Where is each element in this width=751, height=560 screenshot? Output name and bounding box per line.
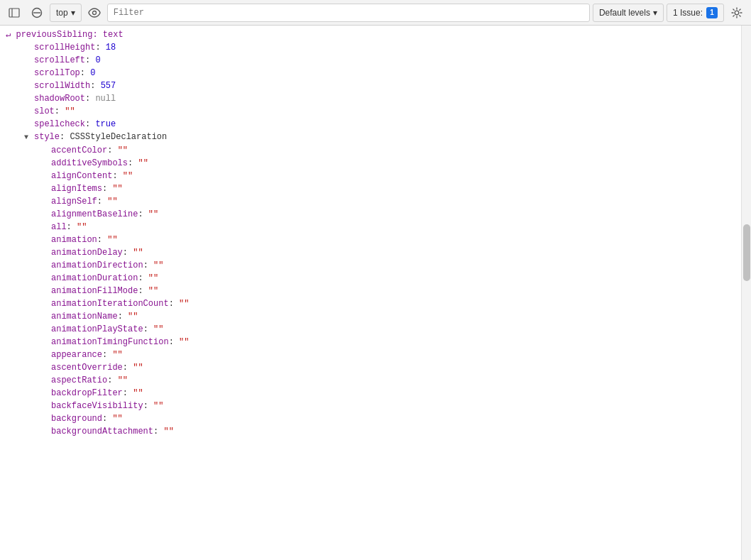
prop-value: "" bbox=[123, 170, 133, 182]
prop-value: "" bbox=[153, 323, 163, 336]
prop-name: style bbox=[34, 131, 60, 143]
prop-value: "" bbox=[179, 336, 189, 348]
console-line[interactable]: animationPlayState: "" bbox=[0, 323, 741, 336]
console-line[interactable]: animationDelay: "" bbox=[0, 246, 741, 259]
prop-value: "" bbox=[118, 144, 128, 157]
sidebar-toggle-button[interactable] bbox=[4, 4, 24, 22]
console-line[interactable]: spellcheck: true bbox=[0, 118, 741, 131]
expand-triangle[interactable]: ▼ bbox=[24, 131, 34, 144]
prop-name: background bbox=[51, 412, 102, 425]
prop-name: animationFillMode bbox=[51, 285, 138, 297]
prop-colon: : bbox=[143, 259, 153, 272]
prop-value: "" bbox=[107, 195, 117, 208]
console-line[interactable]: backgroundAttachment: "" bbox=[0, 425, 741, 438]
prop-value: "" bbox=[138, 157, 148, 170]
clear-console-button[interactable] bbox=[27, 4, 47, 22]
prop-value: CSSStyleDeclaration bbox=[70, 131, 167, 143]
prop-name: animationDelay bbox=[51, 246, 123, 259]
prop-name: backgroundAttachment bbox=[51, 425, 153, 438]
console-line[interactable]: animationDuration: "" bbox=[0, 272, 741, 285]
prop-colon: : bbox=[143, 400, 153, 412]
console-line[interactable]: backdropFilter: "" bbox=[0, 387, 741, 400]
console-line[interactable]: appearance: "" bbox=[0, 348, 741, 361]
console-line[interactable]: slot: "" bbox=[0, 105, 741, 118]
issue-badge-button[interactable]: 1 Issue: 1 bbox=[667, 4, 724, 22]
prop-value: "" bbox=[65, 105, 75, 118]
console-line[interactable]: ↵ previousSibling: text bbox=[0, 28, 741, 41]
console-line[interactable]: ▼style: CSSStyleDeclaration bbox=[0, 131, 741, 144]
console-line[interactable]: alignContent: "" bbox=[0, 170, 741, 182]
scrollbar-thumb[interactable] bbox=[743, 224, 750, 281]
prop-name: appearance bbox=[51, 348, 102, 361]
console-line[interactable]: scrollWidth: 557 bbox=[0, 79, 741, 92]
console-line[interactable]: animationDirection: "" bbox=[0, 259, 741, 272]
console-line[interactable]: accentColor: "" bbox=[0, 144, 741, 157]
prop-colon: : bbox=[112, 170, 122, 182]
default-levels-dropdown-icon: ▾ bbox=[653, 8, 657, 18]
prop-colon: : bbox=[85, 54, 95, 67]
console-line[interactable]: all: "" bbox=[0, 221, 741, 234]
console-line[interactable]: alignmentBaseline: "" bbox=[0, 208, 741, 221]
devtools-toolbar: top ▾ Default levels ▾ 1 Issue: 1 bbox=[0, 0, 751, 26]
prop-colon: : bbox=[123, 246, 133, 259]
prop-name: animationDuration bbox=[51, 272, 138, 285]
console-line[interactable]: animationFillMode: "" bbox=[0, 285, 741, 297]
console-line[interactable]: additiveSymbols: "" bbox=[0, 157, 741, 170]
prop-name: animationIterationCount bbox=[51, 297, 169, 310]
context-selector-button[interactable]: top ▾ bbox=[50, 4, 82, 22]
prop-colon: : bbox=[153, 425, 163, 438]
prop-colon: : bbox=[128, 157, 138, 170]
console-line[interactable]: scrollLeft: 0 bbox=[0, 54, 741, 67]
prop-value: "" bbox=[77, 221, 87, 234]
prop-name: scrollWidth bbox=[34, 79, 90, 92]
prop-value: "" bbox=[133, 361, 143, 374]
prop-value: "" bbox=[112, 182, 122, 195]
prop-colon: : bbox=[118, 310, 128, 323]
prop-colon: : bbox=[60, 131, 70, 143]
prop-value: 0 bbox=[90, 67, 95, 79]
console-line[interactable]: animationTimingFunction: "" bbox=[0, 336, 741, 348]
prop-name: scrollTop bbox=[34, 67, 80, 79]
default-levels-button[interactable]: Default levels ▾ bbox=[593, 4, 664, 22]
console-line[interactable]: aspectRatio: "" bbox=[0, 374, 741, 387]
settings-button[interactable] bbox=[727, 4, 747, 22]
console-line[interactable]: scrollHeight: 18 bbox=[0, 41, 741, 54]
console-line[interactable]: ascentOverride: "" bbox=[0, 361, 741, 374]
console-line[interactable]: animationIterationCount: "" bbox=[0, 297, 741, 310]
prop-colon: : bbox=[85, 92, 95, 105]
console-output[interactable]: ↵ previousSibling: textscrollHeight: 18s… bbox=[0, 26, 741, 560]
right-scrollbar bbox=[741, 26, 751, 560]
console-line[interactable]: background: "" bbox=[0, 412, 741, 425]
console-line[interactable]: scrollTop: 0 bbox=[0, 67, 741, 79]
prop-name: alignSelf bbox=[51, 195, 97, 208]
console-line[interactable]: backfaceVisibility: "" bbox=[0, 400, 741, 412]
console-line[interactable]: animation: "" bbox=[0, 234, 741, 246]
console-content: ↵ previousSibling: textscrollHeight: 18s… bbox=[0, 26, 751, 560]
prop-colon: : bbox=[67, 221, 77, 234]
prop-name: accentColor bbox=[51, 144, 107, 157]
console-line[interactable]: alignItems: "" bbox=[0, 182, 741, 195]
prop-value: "" bbox=[107, 234, 117, 246]
console-line[interactable]: alignSelf: "" bbox=[0, 195, 741, 208]
prop-colon: : bbox=[90, 79, 100, 92]
truncated-line: ↵ previousSibling: text bbox=[6, 28, 124, 41]
prop-colon: : bbox=[102, 412, 112, 425]
prop-colon: : bbox=[102, 348, 112, 361]
prop-name: alignContent bbox=[51, 170, 112, 182]
prop-colon: : bbox=[107, 374, 117, 387]
prop-value: "" bbox=[133, 387, 143, 400]
prop-name: animationPlayState bbox=[51, 323, 143, 336]
prop-value: "" bbox=[112, 348, 122, 361]
prop-colon: : bbox=[55, 105, 65, 118]
prop-value: true bbox=[95, 118, 116, 131]
prop-value: "" bbox=[148, 285, 158, 297]
prop-name: animationDirection bbox=[51, 259, 143, 272]
prop-colon: : bbox=[102, 182, 112, 195]
console-line[interactable]: animationName: "" bbox=[0, 310, 741, 323]
console-line[interactable]: shadowRoot: null bbox=[0, 92, 741, 105]
filter-input[interactable] bbox=[107, 4, 590, 22]
prop-colon: : bbox=[143, 323, 153, 336]
show-messages-button[interactable] bbox=[84, 4, 104, 22]
svg-rect-0 bbox=[9, 9, 19, 17]
prop-colon: : bbox=[85, 118, 95, 131]
